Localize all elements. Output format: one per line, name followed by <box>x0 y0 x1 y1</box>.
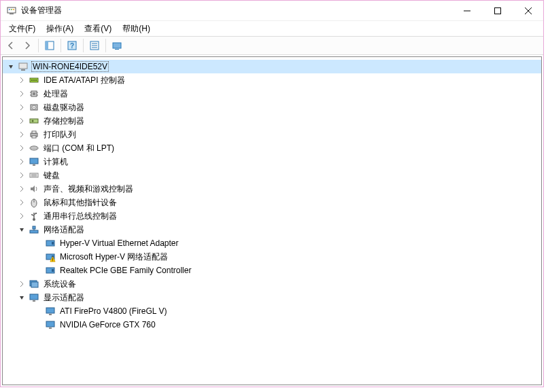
category-label: 存储控制器 <box>42 115 86 127</box>
category-label: IDE ATA/ATAPI 控制器 <box>42 75 126 86</box>
maximize-button[interactable] <box>482 1 513 20</box>
display-icon <box>29 292 39 303</box>
svg-rect-17 <box>113 43 121 48</box>
display-icon <box>45 306 56 317</box>
tree-category[interactable]: 键盘 <box>3 168 541 182</box>
tree-category[interactable]: 磁盘驱动器 <box>3 101 541 114</box>
toolbar-separator <box>83 39 84 52</box>
tree-category[interactable]: 计算机 <box>3 155 541 168</box>
svg-point-2 <box>9 9 10 10</box>
tree-category[interactable]: 网络适配器 <box>3 223 541 236</box>
device-tree-panel[interactable]: WIN-RONE4IDE52V IDE ATA/ATAPI 控制器 处理器 磁盘… <box>2 56 542 385</box>
svg-point-4 <box>13 9 14 10</box>
port-icon <box>29 143 39 154</box>
netadapter-icon <box>45 251 56 262</box>
netadapter-icon <box>45 238 56 249</box>
tree-root-label: WIN-RONE4IDE52V <box>31 61 109 72</box>
show-hide-tree-button[interactable] <box>42 38 57 53</box>
category-label: 处理器 <box>42 88 69 100</box>
menu-file[interactable]: 文件(F) <box>3 22 41 36</box>
toolbar-separator <box>105 39 106 52</box>
forward-button[interactable] <box>20 38 35 53</box>
collapse-icon[interactable] <box>16 292 27 303</box>
expand-icon[interactable] <box>16 75 27 86</box>
expand-icon[interactable] <box>16 279 27 289</box>
netadapter-icon <box>45 265 56 276</box>
back-button[interactable] <box>3 38 18 53</box>
expand-icon[interactable] <box>16 197 27 208</box>
tree-category[interactable]: 打印队列 <box>3 128 541 141</box>
expand-icon[interactable] <box>16 88 27 99</box>
svg-rect-1 <box>10 14 14 14</box>
tree-root[interactable]: WIN-RONE4IDE52V <box>3 60 541 73</box>
toolbar: ? <box>1 36 543 55</box>
menu-view[interactable]: 查看(V) <box>79 22 117 36</box>
expand-icon[interactable] <box>16 115 27 126</box>
category-label: 鼠标和其他指针设备 <box>42 197 118 209</box>
titlebar: 设备管理器 <box>1 1 543 21</box>
tree-device[interactable]: Hyper-V Virtual Ethernet Adapter <box>3 236 541 250</box>
device-label: ATI FirePro V4800 (FireGL V) <box>58 306 168 316</box>
expand-icon[interactable] <box>16 156 27 167</box>
tree-category[interactable]: 处理器 <box>3 87 541 101</box>
collapse-icon[interactable] <box>16 224 27 235</box>
help-button[interactable]: ? <box>65 38 80 53</box>
expand-icon[interactable] <box>16 170 27 181</box>
toolbar-separator <box>38 39 39 52</box>
expand-icon[interactable] <box>16 143 27 154</box>
toolbar-separator <box>61 39 61 52</box>
tree-category[interactable]: 端口 (COM 和 LPT) <box>3 141 541 155</box>
tree-device[interactable]: NVIDIA GeForce GTX 760 <box>3 318 541 332</box>
window-controls <box>451 1 543 20</box>
tree-device[interactable]: Realtek PCIe GBE Family Controller <box>3 264 541 277</box>
category-label: 系统设备 <box>42 279 78 290</box>
menu-action[interactable]: 操作(A) <box>41 22 79 36</box>
expand-icon[interactable] <box>16 129 27 140</box>
tree-category[interactable]: 声音、视频和游戏控制器 <box>3 182 541 196</box>
mouse-icon <box>29 197 39 208</box>
system-icon <box>29 279 39 289</box>
category-label: 显示适配器 <box>42 292 86 304</box>
svg-rect-10 <box>46 41 48 50</box>
network-icon <box>29 224 39 235</box>
disk-icon <box>29 102 39 113</box>
sound-icon <box>29 183 39 194</box>
usb-icon <box>29 211 39 221</box>
cpu-icon <box>29 88 39 99</box>
menu-help[interactable]: 帮助(H) <box>117 22 156 36</box>
tree-device[interactable]: ATI FirePro V4800 (FireGL V) <box>3 304 541 318</box>
close-button[interactable] <box>513 1 543 20</box>
expand-icon[interactable] <box>16 183 27 194</box>
properties-button[interactable] <box>87 38 102 53</box>
tree-device[interactable]: Microsoft Hyper-V 网络适配器 <box>3 250 541 264</box>
device-label: NVIDIA GeForce GTX 760 <box>58 320 157 329</box>
tree-category[interactable]: IDE ATA/ATAPI 控制器 <box>3 73 541 87</box>
category-label: 磁盘驱动器 <box>42 102 86 113</box>
category-label: 声音、视频和游戏控制器 <box>42 183 135 195</box>
svg-rect-18 <box>115 49 119 50</box>
category-label: 网络适配器 <box>42 224 86 236</box>
svg-rect-6 <box>494 7 500 14</box>
monitor-icon <box>29 156 39 167</box>
category-label: 计算机 <box>42 156 69 168</box>
expand-icon[interactable] <box>16 211 27 221</box>
minimize-button[interactable] <box>451 1 482 20</box>
scan-hardware-button[interactable] <box>109 38 124 53</box>
collapse-icon[interactable] <box>5 61 16 72</box>
expand-icon[interactable] <box>16 102 27 113</box>
category-label: 打印队列 <box>42 129 78 141</box>
device-manager-window: 设备管理器 文件(F) 操作(A) 查看(V) 帮助(H) <box>0 0 544 387</box>
tree-category[interactable]: 鼠标和其他指针设备 <box>3 196 541 209</box>
tree-category[interactable]: 存储控制器 <box>3 114 541 128</box>
svg-point-3 <box>11 9 12 10</box>
display-icon <box>45 319 56 330</box>
tree-category[interactable]: 显示适配器 <box>3 291 541 304</box>
device-tree: WIN-RONE4IDE52V IDE ATA/ATAPI 控制器 处理器 磁盘… <box>3 58 541 333</box>
tree-category[interactable]: 通用串行总线控制器 <box>3 209 541 223</box>
printer-icon <box>29 129 39 140</box>
svg-text:?: ? <box>70 42 74 50</box>
device-label: Hyper-V Virtual Ethernet Adapter <box>58 238 180 248</box>
tree-category[interactable]: 系统设备 <box>3 277 541 291</box>
device-label: Microsoft Hyper-V 网络适配器 <box>58 251 169 263</box>
app-icon <box>6 5 17 16</box>
